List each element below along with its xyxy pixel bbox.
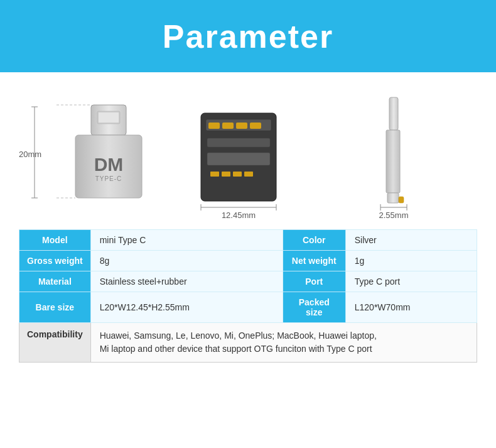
- label-material: Material: [19, 271, 91, 292]
- label-net-weight: Net weight: [283, 251, 345, 271]
- value-model: mini Type C: [90, 230, 283, 251]
- svg-rect-31: [399, 197, 404, 203]
- table-row: Bare size L20*W12.45*H2.55mm Packed size…: [19, 292, 477, 323]
- value-color: Silver: [345, 230, 477, 251]
- value-gross-weight: 8g: [90, 251, 283, 271]
- label-packed-size: Packed size: [283, 292, 345, 323]
- svg-rect-19: [207, 153, 270, 165]
- svg-rect-21: [222, 172, 230, 177]
- table-row: Model mini Type C Color Silver: [19, 230, 477, 251]
- svg-text:DM: DM: [94, 154, 124, 175]
- value-net-weight: 1g: [345, 251, 477, 271]
- svg-text:20mm: 20mm: [19, 150, 41, 159]
- svg-rect-23: [244, 172, 253, 177]
- label-gross-weight: Gross weight: [19, 251, 91, 271]
- table-row: Material Stainless steel+rubber Port Typ…: [19, 271, 477, 292]
- label-bare-size: Bare size: [19, 292, 91, 323]
- compatibility-text: Huawei, Samsung, Le, Lenovo, Mi, OnePlus…: [100, 331, 377, 354]
- table-row: Gross weight 8g Net weight 1g: [19, 251, 477, 271]
- svg-text:12.45mm: 12.45mm: [222, 210, 256, 220]
- svg-rect-6: [99, 112, 119, 123]
- svg-text:2.55mm: 2.55mm: [379, 210, 409, 220]
- svg-rect-29: [386, 130, 400, 193]
- page-title: Parameter: [163, 18, 333, 55]
- label-model: Model: [19, 230, 91, 251]
- svg-rect-18: [207, 138, 270, 147]
- value-bare-size: L20*W12.45*H2.55mm: [90, 292, 283, 323]
- specs-table-area: Model mini Type C Color Silver Gross wei…: [0, 229, 496, 363]
- product-image-area: 20mm DM TYPE-C: [0, 72, 496, 229]
- svg-rect-30: [387, 193, 399, 203]
- value-port: Type C port: [345, 271, 477, 292]
- svg-rect-22: [233, 172, 242, 177]
- svg-rect-20: [210, 172, 219, 177]
- header-section: Parameter: [0, 0, 496, 72]
- table-row-compatibility: Compatibility Huawei, Samsung, Le, Lenov…: [19, 323, 477, 363]
- svg-rect-16: [236, 123, 247, 129]
- value-material: Stainless steel+rubber: [90, 271, 283, 292]
- product-diagram: 20mm DM TYPE-C: [0, 72, 496, 229]
- svg-rect-17: [250, 123, 261, 129]
- specs-table: Model mini Type C Color Silver Gross wei…: [19, 229, 477, 363]
- label-compatibility: Compatibility: [19, 323, 91, 363]
- svg-rect-28: [389, 97, 398, 130]
- label-port: Port: [283, 271, 345, 292]
- label-color: Color: [283, 230, 345, 251]
- value-packed-size: L120*W70mm: [345, 292, 477, 323]
- svg-text:TYPE-C: TYPE-C: [95, 175, 122, 182]
- value-compatibility: Huawei, Samsung, Le, Lenovo, Mi, OnePlus…: [90, 323, 477, 363]
- svg-rect-14: [208, 123, 220, 129]
- svg-rect-15: [222, 123, 234, 129]
